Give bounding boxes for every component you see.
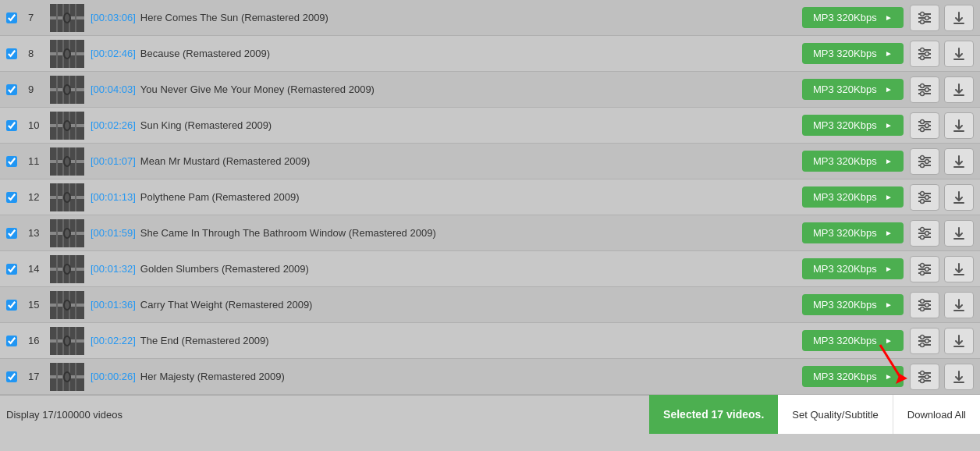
track-checkbox-10[interactable] <box>6 120 28 131</box>
svg-point-42 <box>925 87 929 91</box>
checkbox-16[interactable] <box>6 336 17 346</box>
track-download-button-17[interactable] <box>944 364 974 390</box>
selected-badge: Selected 17 videos. <box>649 395 778 434</box>
svg-point-11 <box>921 12 925 16</box>
track-settings-button-12[interactable] <box>910 184 939 211</box>
track-download-button-9[interactable] <box>944 76 974 103</box>
track-checkbox-7[interactable] <box>6 12 28 23</box>
track-info-17: [00:00:26] Her Majesty (Remastered 2009) <box>91 371 802 382</box>
track-duration-link-9[interactable]: [00:04:03] <box>91 83 136 95</box>
track-download-button-15[interactable] <box>944 292 974 318</box>
settings-icon <box>917 47 932 61</box>
svg-point-67 <box>65 158 69 165</box>
track-format-button-12[interactable]: MP3 320Kbps ► <box>802 186 904 208</box>
svg-point-163 <box>921 378 925 382</box>
track-duration-link-8[interactable]: [00:02:46] <box>91 48 136 59</box>
track-duration-link-14[interactable]: [00:01:32] <box>91 263 136 275</box>
track-duration-link-15[interactable]: [00:01:36] <box>91 299 136 311</box>
svg-point-43 <box>921 91 925 95</box>
track-download-button-11[interactable] <box>944 148 974 175</box>
settings-icon <box>917 119 932 133</box>
track-settings-button-9[interactable] <box>910 76 939 103</box>
svg-rect-5 <box>75 4 76 32</box>
track-settings-button-16[interactable] <box>910 328 939 354</box>
svg-point-28 <box>921 55 925 59</box>
track-settings-button-7[interactable] <box>910 5 939 31</box>
track-checkbox-11[interactable] <box>6 156 28 167</box>
checkbox-14[interactable] <box>6 264 17 275</box>
track-settings-button-15[interactable] <box>910 292 939 318</box>
track-download-button-16[interactable] <box>944 328 974 354</box>
set-quality-button[interactable]: Set Quality/Subtitle <box>778 395 893 434</box>
track-download-button-14[interactable] <box>944 256 974 282</box>
track-title-12: Polythene Pam (Remastered 2009) <box>140 191 300 203</box>
download-all-button[interactable]: Download All <box>893 395 980 434</box>
svg-point-12 <box>925 16 929 20</box>
track-format-button-13[interactable]: MP3 320Kbps ► <box>802 222 904 243</box>
track-format-button-9[interactable]: MP3 320Kbps ► <box>802 79 904 100</box>
checkbox-11[interactable] <box>6 156 17 167</box>
track-duration-link-12[interactable]: [00:01:13] <box>91 191 136 203</box>
track-duration-link-11[interactable]: [00:01:07] <box>91 155 136 167</box>
checkbox-12[interactable] <box>6 192 17 203</box>
checkbox-15[interactable] <box>6 300 17 311</box>
track-info-9: [00:04:03] You Never Give Me Your Money … <box>91 83 802 95</box>
format-arrow-8: ► <box>885 49 893 58</box>
track-format-button-7[interactable]: MP3 320Kbps ► <box>802 7 904 28</box>
checkbox-8[interactable] <box>6 48 17 59</box>
checkbox-10[interactable] <box>6 120 17 131</box>
track-title-13: She Came In Through The Bathroom Window … <box>140 227 436 239</box>
track-row: 7 [00:03:06] Here Comes The Sun (Remaste… <box>0 0 980 36</box>
svg-rect-152 <box>56 363 58 391</box>
track-settings-button-10[interactable] <box>910 112 939 139</box>
svg-point-56 <box>921 119 925 123</box>
track-settings-button-13[interactable] <box>910 220 939 247</box>
track-format-button-8[interactable]: MP3 320Kbps ► <box>802 43 904 64</box>
track-checkbox-15[interactable] <box>6 300 28 311</box>
track-duration-link-7[interactable]: [00:03:06] <box>91 12 136 23</box>
track-download-button-7[interactable] <box>944 5 974 31</box>
track-checkbox-9[interactable] <box>6 84 28 95</box>
checkbox-7[interactable] <box>6 12 17 23</box>
track-settings-button-14[interactable] <box>910 256 939 282</box>
track-download-button-12[interactable] <box>944 184 974 211</box>
settings-icon <box>917 154 932 169</box>
download-icon <box>952 226 966 240</box>
track-duration-link-10[interactable]: [00:02:26] <box>91 119 136 131</box>
track-format-button-10[interactable]: MP3 320Kbps ► <box>802 115 904 136</box>
track-checkbox-8[interactable] <box>6 48 28 59</box>
checkbox-9[interactable] <box>6 84 17 95</box>
track-settings-button-11[interactable] <box>910 148 939 175</box>
checkbox-17[interactable] <box>6 371 17 382</box>
track-duration-link-17[interactable]: [00:00:26] <box>91 371 136 382</box>
track-format-button-14[interactable]: MP3 320Kbps ► <box>802 258 904 279</box>
track-checkbox-16[interactable] <box>6 336 28 346</box>
track-format-label-15: MP3 320Kbps <box>813 299 877 311</box>
track-download-button-8[interactable] <box>944 41 974 67</box>
format-arrow-15: ► <box>885 300 893 309</box>
track-checkbox-12[interactable] <box>6 192 28 203</box>
svg-point-103 <box>921 235 925 239</box>
track-format-button-11[interactable]: MP3 320Kbps ► <box>802 151 904 172</box>
track-format-button-15[interactable]: MP3 320Kbps ► <box>802 294 904 315</box>
svg-point-37 <box>65 86 69 94</box>
format-arrow-9: ► <box>885 85 893 94</box>
track-settings-button-17[interactable] <box>910 364 939 390</box>
track-checkbox-13[interactable] <box>6 228 28 239</box>
track-format-label-7: MP3 320Kbps <box>813 12 877 23</box>
track-duration-link-16[interactable]: [00:02:22] <box>91 335 136 346</box>
track-download-button-10[interactable] <box>944 112 974 139</box>
track-checkbox-17[interactable] <box>6 371 28 382</box>
track-duration-link-13[interactable]: [00:01:59] <box>91 227 136 239</box>
track-settings-button-8[interactable] <box>910 41 939 67</box>
svg-rect-110 <box>75 255 76 283</box>
track-row: 15 [00:01:36] Carry That Weight (Remaste… <box>0 287 980 323</box>
download-icon <box>952 154 966 169</box>
download-all-label: Download All <box>907 409 966 421</box>
track-title-11: Mean Mr Mustard (Remastered 2009) <box>140 155 310 167</box>
svg-rect-80 <box>75 183 76 211</box>
track-title-15: Carry That Weight (Remastered 2009) <box>140 299 313 311</box>
checkbox-13[interactable] <box>6 228 17 239</box>
track-checkbox-14[interactable] <box>6 264 28 275</box>
track-download-button-13[interactable] <box>944 220 974 247</box>
